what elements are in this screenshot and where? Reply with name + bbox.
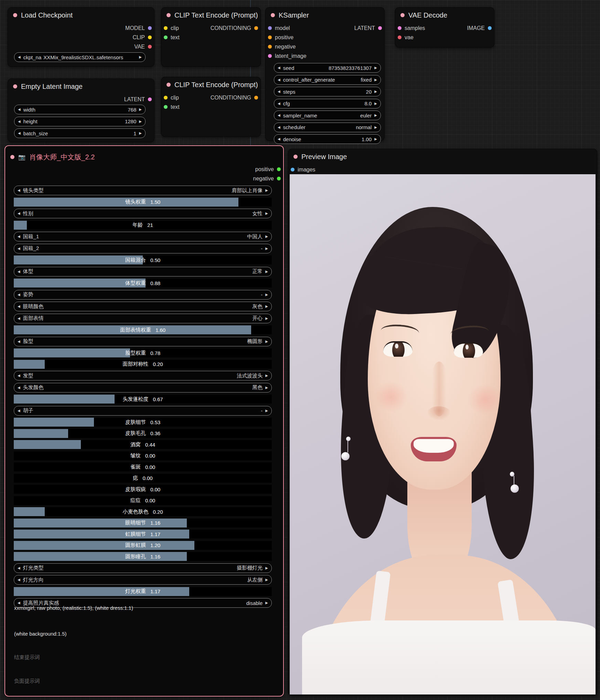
node-collapse-dot[interactable] (13, 13, 17, 17)
node-portrait-master[interactable]: 📷 肖像大师_中文版_2.2 positivenegative ◀ 镜头类型 肩… (4, 145, 284, 697)
combo-left-arrow-icon[interactable]: ◀ (18, 235, 20, 238)
combo-left-arrow-icon[interactable]: ◀ (18, 189, 20, 192)
widget-row[interactable]: ◀ 小麦色肤色 0.20 ▶ 小麦色肤色0.20 (14, 507, 272, 516)
node-collapse-dot[interactable] (167, 13, 171, 17)
widget-row[interactable]: ◀ 皮肤瑕疵 0.00 ▶ 皮肤瑕疵0.00 (14, 485, 272, 494)
port-dot[interactable] (254, 96, 258, 100)
combo-right-arrow-icon[interactable]: ▶ (139, 108, 142, 111)
port-dot[interactable] (164, 26, 168, 30)
input-port[interactable]: positive (268, 33, 307, 42)
node-collapse-dot[interactable] (400, 13, 405, 17)
widget-row[interactable]: ◀ batch_size 1 ▶ batch_size1 (14, 128, 146, 138)
combo-right-arrow-icon[interactable]: ▶ (265, 374, 268, 377)
combo-left-arrow-icon[interactable]: ◀ (18, 108, 21, 111)
combo-right-arrow-icon[interactable]: ▶ (265, 235, 268, 238)
port-dot[interactable] (164, 96, 168, 100)
combo-right-arrow-icon[interactable]: ▶ (374, 66, 377, 70)
output-port[interactable]: positive (253, 165, 281, 174)
widget-row[interactable]: ◀ 皮肤细节 0.53 ▶ 皮肤细节0.53 (14, 418, 272, 427)
widget-row[interactable]: ◀ 年龄 21 ▶ 年龄21 (14, 221, 272, 230)
widget-row[interactable]: ◀ 面部对称性 0.20 ▶ 面部对称性0.20 (14, 360, 272, 369)
port-dot[interactable] (164, 105, 168, 109)
port-dot[interactable] (268, 45, 272, 49)
combo-left-arrow-icon[interactable]: ◀ (18, 293, 20, 296)
port-dot[interactable] (398, 26, 401, 30)
port-dot[interactable] (148, 45, 152, 49)
positive-prompt-text[interactable]: xxmixgirl, raw photo, (realistic:1.5), (… (14, 605, 274, 611)
node-ksampler[interactable]: KSampler modelpositivenegativelatent_ima… (265, 7, 385, 141)
combo-left-arrow-icon[interactable]: ◀ (18, 55, 21, 59)
combo-left-arrow-icon[interactable]: ◀ (278, 126, 280, 129)
node-collapse-dot[interactable] (13, 84, 17, 88)
combo-right-arrow-icon[interactable]: ▶ (265, 578, 268, 582)
port-dot[interactable] (398, 35, 401, 39)
node-clip-text-encode-2[interactable]: CLIP Text Encode (Prompt) cliptext CONDI… (161, 77, 261, 137)
combo-right-arrow-icon[interactable]: ▶ (265, 293, 268, 296)
combo-right-arrow-icon[interactable]: ▶ (265, 212, 268, 215)
combo-right-arrow-icon[interactable]: ▶ (139, 132, 142, 135)
combo-right-arrow-icon[interactable]: ▶ (265, 409, 268, 412)
input-port[interactable]: clip (164, 93, 180, 102)
widget-row[interactable]: ◀ 发型 法式波波头 ▶ 发型法式波波头 (14, 371, 272, 380)
widget-row[interactable]: ◀ 国籍_2 - ▶ 国籍_2- (14, 244, 272, 253)
input-port[interactable]: text (164, 102, 180, 112)
node-header[interactable]: Load Checkpoint (8, 8, 154, 23)
widget-row[interactable]: ◀ 脸型 椭圆形 ▶ 脸型椭圆形 (14, 337, 272, 346)
widget-row[interactable]: ◀ 灯光方向 从左侧 ▶ 灯光方向从左侧 (14, 575, 272, 585)
output-port[interactable]: VAE (125, 42, 152, 51)
comfyui-canvas[interactable]: { "nodes": { "load_checkpoint": { "title… (0, 0, 600, 700)
node-collapse-dot[interactable] (10, 155, 14, 159)
widget-row[interactable]: ◀ 眼睛颜色 灰色 ▶ 眼睛颜色灰色 (14, 302, 272, 311)
widget-row[interactable]: ◀ seed 873538233761307 ▶ seed87353823376… (274, 63, 381, 73)
node-header[interactable]: KSampler (266, 8, 384, 23)
combo-right-arrow-icon[interactable]: ▶ (265, 340, 268, 343)
combo-right-arrow-icon[interactable]: ▶ (265, 317, 268, 320)
positive-prompt-text-2[interactable]: (white background:1.5) (14, 631, 274, 637)
combo-left-arrow-icon[interactable]: ◀ (18, 270, 20, 273)
combo-right-arrow-icon[interactable]: ▶ (265, 305, 268, 308)
combo-right-arrow-icon[interactable]: ▶ (139, 55, 142, 59)
output-port[interactable]: CONDITIONING (211, 23, 258, 33)
combo-left-arrow-icon[interactable]: ◀ (18, 247, 20, 250)
combo-left-arrow-icon[interactable]: ◀ (278, 66, 280, 70)
output-port[interactable]: MODEL (125, 23, 152, 33)
widget-row[interactable]: ◀ control_after_generate fixed ▶ control… (274, 75, 381, 85)
widget-row[interactable]: ◀ 面部表情 开心 ▶ 面部表情开心 (14, 314, 272, 323)
combo-right-arrow-icon[interactable]: ▶ (265, 601, 268, 605)
combo-left-arrow-icon[interactable]: ◀ (18, 212, 20, 215)
combo-right-arrow-icon[interactable]: ▶ (374, 137, 377, 141)
combo-right-arrow-icon[interactable]: ▶ (265, 386, 268, 389)
negative-prompt-placeholder[interactable]: 负面提示词 (14, 678, 274, 685)
widget-row[interactable]: ◀ 镜头权重 1.50 ▶ 镜头权重1.50 (14, 198, 272, 207)
widget-row[interactable]: ◀ 圆形虹膜 1.20 ▶ 圆形虹膜1.20 (14, 541, 272, 550)
node-vae-decode[interactable]: VAE Decode samplesvae IMAGE (395, 7, 494, 48)
output-port[interactable]: CLIP (125, 33, 152, 42)
combo-left-arrow-icon[interactable]: ◀ (18, 317, 20, 320)
combo-right-arrow-icon[interactable]: ▶ (139, 120, 142, 123)
node-header[interactable]: Empty Latent Image (8, 79, 154, 94)
combo-left-arrow-icon[interactable]: ◀ (278, 90, 280, 93)
port-dot[interactable] (268, 26, 272, 30)
widget-row[interactable]: ◀ 镜头类型 肩部以上肖像 ▶ 镜头类型肩部以上肖像 (14, 186, 272, 195)
widget-row[interactable]: ◀ 面部表情权重 1.60 ▶ 面部表情权重1.60 (14, 325, 272, 334)
widget-row[interactable]: ◀ 体型 正常 ▶ 体型正常 (14, 267, 272, 276)
combo-left-arrow-icon[interactable]: ◀ (18, 386, 20, 389)
port-dot[interactable] (148, 97, 152, 101)
widget-row[interactable]: ◀ 圆形瞳孔 1.16 ▶ 圆形瞳孔1.16 (14, 552, 272, 561)
widget-row[interactable]: ◀ 眼睛细节 1.16 ▶ 眼睛细节1.16 (14, 519, 272, 527)
widget-row[interactable]: ◀ 体型权重 0.88 ▶ 体型权重0.88 (14, 279, 272, 288)
widget-row[interactable]: ◀ 酒窝 0.44 ▶ 酒窝0.44 (14, 440, 272, 449)
widget-row[interactable]: ◀ 国籍_1 中国人 ▶ 国籍_1中国人 (14, 232, 272, 241)
widget-row[interactable]: ◀ scheduler normal ▶ schedulernormal (274, 123, 381, 132)
input-port[interactable]: clip (164, 23, 180, 33)
widget-row[interactable]: ◀ 痘痘 0.00 ▶ 痘痘0.00 (14, 496, 272, 505)
node-collapse-dot[interactable] (271, 13, 275, 17)
input-port[interactable]: vae (398, 33, 425, 42)
widget-row[interactable]: ◀ 姿势 - ▶ 姿势- (14, 290, 272, 300)
port-dot[interactable] (148, 26, 152, 30)
widget-row[interactable]: ◀ 头发蓬松度 0.67 ▶ 头发蓬松度0.67 (14, 395, 272, 404)
combo-right-arrow-icon[interactable]: ▶ (265, 566, 268, 570)
combo-left-arrow-icon[interactable]: ◀ (278, 137, 280, 141)
combo-left-arrow-icon[interactable]: ◀ (278, 102, 280, 105)
widget-row[interactable]: ◀ 性别 女性 ▶ 性别女性 (14, 209, 272, 218)
